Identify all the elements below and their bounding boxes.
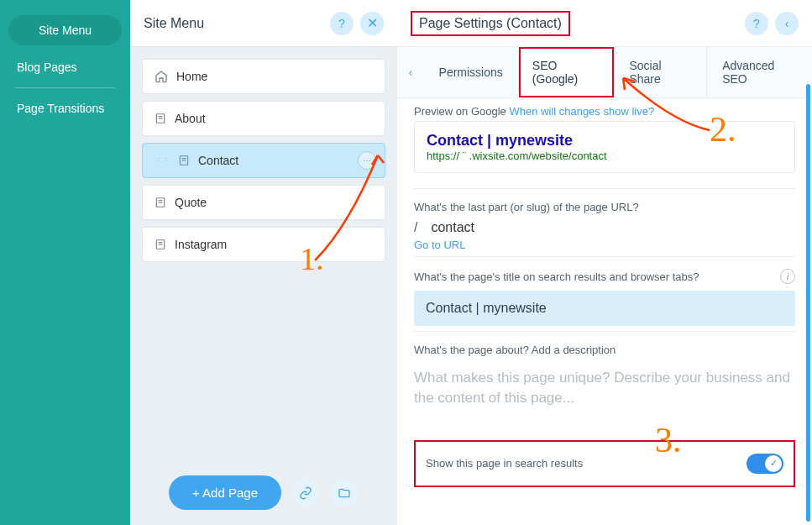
page-item-label: Contact <box>198 154 238 167</box>
scrollbar[interactable] <box>806 84 810 522</box>
add-page-button[interactable]: + Add Page <box>169 475 281 510</box>
page-item-label: Home <box>176 70 207 83</box>
settings-header: Page Settings (Contact) ? ‹ <box>397 0 812 47</box>
left-sidebar: Site Menu Blog Pages Page Transitions <box>0 0 130 525</box>
slug-value[interactable]: contact <box>431 220 474 235</box>
page-item-contact[interactable]: ⋮⋮ Contact ⋯ <box>142 143 385 178</box>
preview-live-link[interactable]: When will changes show live? <box>509 105 654 118</box>
page-item-label: Instagram <box>175 238 227 251</box>
description-section: What's the page about? Add a description… <box>414 331 795 418</box>
desc-question: What's the page about? Add a description <box>414 344 795 356</box>
page-item-about[interactable]: About <box>142 101 385 136</box>
show-in-search-row: Show this page in search results ✓ <box>414 440 795 487</box>
page-item-label: About <box>175 112 206 125</box>
site-menu-header: Site Menu ? ✕ <box>130 0 397 47</box>
close-icon[interactable]: ✕ <box>360 12 384 35</box>
tab-seo-google[interactable]: SEO (Google) <box>519 47 615 97</box>
drag-handle-icon[interactable]: ⋮⋮ <box>155 156 170 165</box>
tab-advanced-seo[interactable]: Advanced SEO <box>707 47 812 97</box>
google-preview-title: Contact | mynewsite <box>427 132 783 150</box>
desc-placeholder[interactable]: What makes this page unique? Describe yo… <box>414 363 795 413</box>
info-icon[interactable]: i <box>780 269 795 284</box>
settings-title: Page Settings (Contact) <box>419 16 562 30</box>
page-item-label: Quote <box>175 196 207 209</box>
page-settings-panel: Page Settings (Contact) ? ‹ ‹ Permission… <box>397 0 812 525</box>
page-icon <box>155 238 166 251</box>
page-item-instagram[interactable]: Instagram <box>142 227 385 262</box>
site-menu-title: Site Menu <box>144 16 204 31</box>
title-question: What's the page's title on search result… <box>414 269 795 284</box>
back-icon[interactable]: ‹ <box>775 12 799 35</box>
more-options-icon[interactable]: ⋯ <box>358 151 376 170</box>
go-to-url-link[interactable]: Go to URL <box>414 239 795 251</box>
show-in-search-label: Show this page in search results <box>426 457 583 470</box>
folder-icon[interactable] <box>330 479 359 507</box>
page-item-home[interactable]: Home <box>142 59 385 94</box>
settings-title-highlight: Page Settings (Contact) <box>411 11 570 36</box>
page-title-input[interactable] <box>414 291 795 326</box>
preview-label: Preview on Google When will changes show… <box>414 105 795 118</box>
show-in-search-toggle[interactable]: ✓ <box>747 454 783 474</box>
tab-social-share[interactable]: Social Share <box>614 47 707 97</box>
slug-slash: / <box>414 220 417 235</box>
link-icon[interactable] <box>291 479 320 507</box>
site-menu-footer: + Add Page <box>130 460 397 525</box>
home-icon <box>155 70 168 83</box>
settings-body: Preview on Google When will changes show… <box>397 98 812 525</box>
page-item-quote[interactable]: Quote <box>142 185 385 220</box>
sidebar-item-blog-pages[interactable]: Blog Pages <box>0 52 130 82</box>
page-icon <box>178 154 190 167</box>
settings-tabs: ‹ Permissions SEO (Google) Social Share … <box>397 47 812 98</box>
slug-section: What's the last part (or slug) of the pa… <box>414 188 795 256</box>
sidebar-item-page-transitions[interactable]: Page Transitions <box>0 93 130 123</box>
tab-back-icon[interactable]: ‹ <box>397 66 424 79</box>
page-icon <box>155 196 166 209</box>
tab-permissions[interactable]: Permissions <box>424 54 519 91</box>
slug-question: What's the last part (or slug) of the pa… <box>414 201 795 213</box>
site-menu-panel: Site Menu ? ✕ Home About ⋮⋮ Contact ⋯ Qu… <box>130 0 397 525</box>
google-preview: Contact | mynewsite https:// ¨ .wixsite.… <box>414 121 795 173</box>
title-section: What's the page's title on search result… <box>414 256 795 331</box>
google-preview-url: https:// ¨ .wixsite.com/website/contact <box>427 150 783 162</box>
sidebar-item-site-menu[interactable]: Site Menu <box>8 15 122 45</box>
toggle-knob-check-icon: ✓ <box>765 455 782 472</box>
help-icon[interactable]: ? <box>745 12 768 35</box>
page-list: Home About ⋮⋮ Contact ⋯ Quote Instagram <box>130 47 397 274</box>
page-icon <box>155 112 166 125</box>
help-icon[interactable]: ? <box>330 12 354 35</box>
